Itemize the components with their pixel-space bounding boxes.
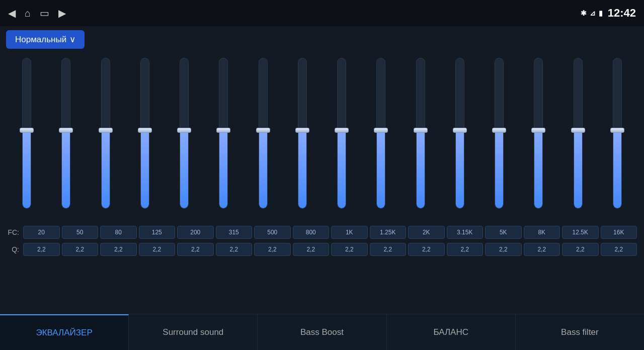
slider-wrap-7	[283, 53, 322, 224]
fc-btn-8[interactable]: 1K	[331, 226, 368, 239]
fc-btn-7[interactable]: 800	[293, 226, 330, 239]
q-btn-4[interactable]: 2,2	[177, 243, 214, 256]
slider-track-12	[495, 58, 504, 209]
q-btn-8[interactable]: 2,2	[331, 243, 368, 256]
slider-wrap-14	[558, 53, 598, 224]
tab-bassboost[interactable]: Bass Boost	[258, 314, 386, 350]
fc-btn-3[interactable]: 125	[139, 226, 176, 239]
fc-btn-2[interactable]: 80	[100, 226, 137, 239]
slider-fill-3	[141, 130, 149, 208]
slider-container-8	[335, 53, 349, 214]
slider-container-0	[20, 53, 34, 214]
slider-thumb-1[interactable]	[59, 128, 73, 133]
slider-thumb-13[interactable]	[531, 128, 545, 133]
slider-container-15	[610, 53, 624, 214]
q-btn-15[interactable]: 2,2	[601, 243, 637, 256]
q-btn-3[interactable]: 2,2	[139, 243, 176, 256]
q-btn-9[interactable]: 2,2	[370, 243, 407, 256]
slider-container-14	[571, 53, 585, 214]
fc-btn-5[interactable]: 315	[216, 226, 253, 239]
q-btn-7[interactable]: 2,2	[293, 243, 330, 256]
slider-wrap-0	[7, 53, 46, 224]
home-icon[interactable]: ⌂	[25, 8, 31, 19]
q-btn-2[interactable]: 2,2	[100, 243, 137, 256]
slider-container-2	[99, 53, 113, 214]
fc-btn-10[interactable]: 2K	[408, 226, 445, 239]
tab-bassfilter[interactable]: Bass filter	[516, 314, 644, 350]
bluetooth-icon: ✱	[581, 9, 587, 17]
q-btn-11[interactable]: 2,2	[447, 243, 484, 256]
slider-container-7	[295, 53, 309, 214]
slider-wrap-2	[86, 53, 125, 224]
play-icon[interactable]: ▶	[58, 7, 66, 19]
fc-btn-12[interactable]: 5K	[485, 226, 522, 239]
slider-thumb-10[interactable]	[414, 128, 428, 133]
slider-thumb-9[interactable]	[374, 128, 388, 133]
preset-label: Нормальный	[15, 35, 66, 45]
slider-fill-8	[338, 130, 346, 208]
slider-thumb-14[interactable]	[571, 128, 585, 133]
tab-balance[interactable]: БАЛАНС	[387, 314, 516, 350]
q-btn-5[interactable]: 2,2	[216, 243, 253, 256]
slider-thumb-0[interactable]	[20, 128, 34, 133]
fc-btn-13[interactable]: 8K	[524, 226, 560, 239]
slider-fill-4	[180, 130, 188, 208]
slider-thumb-15[interactable]	[610, 128, 624, 133]
slider-thumb-2[interactable]	[99, 128, 113, 133]
q-btn-14[interactable]: 2,2	[562, 243, 599, 256]
q-btn-10[interactable]: 2,2	[408, 243, 445, 256]
slider-fill-9	[377, 130, 385, 208]
fc-label: FC:	[7, 228, 21, 236]
slider-container-9	[374, 53, 388, 214]
back-icon[interactable]: ◀	[8, 7, 16, 19]
slider-thumb-4[interactable]	[177, 128, 191, 133]
slider-track-1	[61, 58, 70, 209]
slider-thumb-11[interactable]	[453, 128, 467, 133]
q-btn-12[interactable]: 2,2	[485, 243, 522, 256]
slider-thumb-5[interactable]	[216, 128, 230, 133]
q-btn-0[interactable]: 2,2	[23, 243, 60, 256]
slider-wrap-12	[479, 53, 519, 224]
slider-wrap-13	[519, 53, 558, 224]
fc-btn-0[interactable]: 20	[23, 226, 60, 239]
fc-btn-4[interactable]: 200	[177, 226, 214, 239]
main-content: Нормальный ∨ FC: 2050801252003155008001K…	[0, 26, 644, 314]
clock: 12:42	[608, 7, 636, 20]
slider-fill-12	[495, 130, 503, 208]
slider-thumb-7[interactable]	[295, 128, 309, 133]
slider-thumb-8[interactable]	[335, 128, 349, 133]
slider-thumb-6[interactable]	[256, 128, 270, 133]
q-btn-6[interactable]: 2,2	[254, 243, 291, 256]
fc-btn-9[interactable]: 1.25K	[370, 226, 407, 239]
tab-equalizer[interactable]: ЭКВАЛАЙЗЕР	[0, 314, 129, 350]
slider-thumb-12[interactable]	[492, 128, 506, 133]
q-btn-13[interactable]: 2,2	[524, 243, 560, 256]
slider-container-10	[414, 53, 428, 214]
slider-wrap-3	[125, 53, 165, 224]
slider-thumb-3[interactable]	[138, 128, 152, 133]
slider-container-13	[531, 53, 545, 214]
tab-surround[interactable]: Surround sound	[129, 314, 258, 350]
slider-track-3	[140, 58, 149, 209]
q-label: Q:	[7, 245, 21, 253]
preset-button[interactable]: Нормальный ∨	[6, 30, 85, 49]
slider-fill-2	[102, 130, 110, 208]
slider-wrap-6	[244, 53, 283, 224]
slider-fill-6	[259, 130, 267, 208]
slider-container-3	[138, 53, 152, 214]
slider-track-6	[259, 58, 268, 209]
wifi-icon: ⊿	[590, 9, 596, 17]
window-icon[interactable]: ▭	[40, 7, 49, 19]
slider-container-6	[256, 53, 270, 214]
fc-btn-14[interactable]: 12.5K	[562, 226, 599, 239]
q-btn-1[interactable]: 2,2	[62, 243, 99, 256]
fc-btn-1[interactable]: 50	[62, 226, 99, 239]
slider-wrap-9	[361, 53, 400, 224]
slider-container-11	[453, 53, 467, 214]
slider-wrap-15	[598, 53, 637, 224]
fc-btn-11[interactable]: 3.15K	[447, 226, 484, 239]
fc-btn-15[interactable]: 16K	[601, 226, 637, 239]
fc-row: FC: 2050801252003155008001K1.25K2K3.15K5…	[6, 224, 638, 241]
fc-btn-6[interactable]: 500	[254, 226, 291, 239]
eq-sliders-area	[6, 53, 638, 224]
